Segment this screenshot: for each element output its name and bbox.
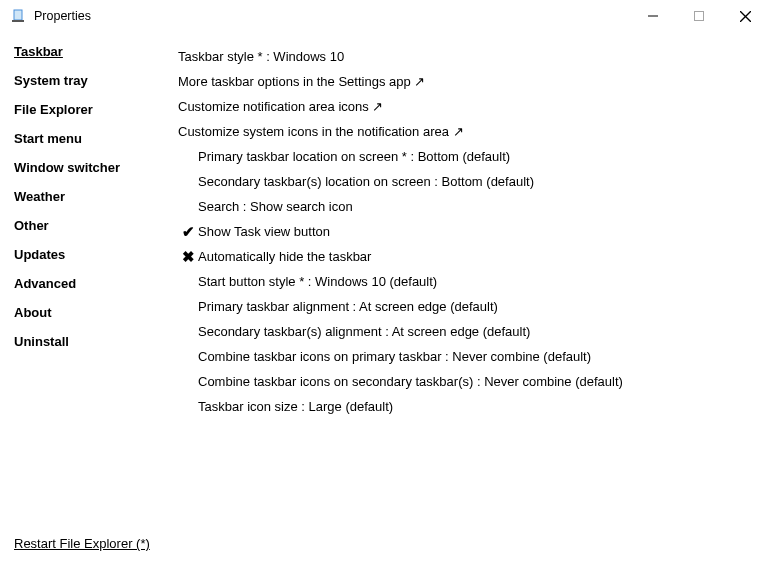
sidebar-item-window-switcher[interactable]: Window switcher — [14, 160, 178, 175]
setting-label: Automatically hide the taskbar — [198, 244, 371, 269]
setting-label: Start button style * : Windows 10 (defau… — [198, 269, 437, 294]
main-panel: Taskbar style * : Windows 10 More taskba… — [178, 44, 768, 529]
setting-label: Combine taskbar icons on primary taskbar… — [198, 344, 591, 369]
link-label: More taskbar options in the Settings app… — [178, 69, 425, 94]
link-customize-notification[interactable]: Customize notification area icons ↗ — [178, 94, 768, 119]
sidebar-item-start-menu[interactable]: Start menu — [14, 131, 178, 146]
restart-file-explorer-link[interactable]: Restart File Explorer (*) — [14, 536, 150, 551]
setting-primary_location[interactable]: Primary taskbar location on screen * : B… — [178, 144, 768, 169]
check-icon: ✔ — [178, 219, 198, 244]
setting-label: Taskbar icon size : Large (default) — [198, 394, 393, 419]
setting-icon_size[interactable]: Taskbar icon size : Large (default) — [178, 394, 768, 419]
content: Taskbar System tray File Explorer Start … — [0, 32, 768, 529]
sidebar-item-weather[interactable]: Weather — [14, 189, 178, 204]
sidebar-item-advanced[interactable]: Advanced — [14, 276, 178, 291]
cross-icon: ✖ — [178, 244, 198, 269]
sidebar-item-uninstall[interactable]: Uninstall — [14, 334, 178, 349]
setting-label: Secondary taskbar(s) alignment : At scre… — [198, 319, 530, 344]
link-label: Taskbar style * : Windows 10 — [178, 44, 344, 69]
sidebar-item-taskbar[interactable]: Taskbar — [14, 44, 178, 59]
svg-rect-1 — [12, 20, 24, 22]
link-label: Customize notification area icons ↗ — [178, 94, 383, 119]
svg-rect-0 — [14, 10, 22, 20]
sidebar-item-other[interactable]: Other — [14, 218, 178, 233]
sidebar: Taskbar System tray File Explorer Start … — [14, 44, 178, 529]
sidebar-item-file-explorer[interactable]: File Explorer — [14, 102, 178, 117]
setting-label: Secondary taskbar(s) location on screen … — [198, 169, 534, 194]
setting-primary_align[interactable]: Primary taskbar alignment : At screen ed… — [178, 294, 768, 319]
minimize-button[interactable] — [630, 0, 676, 32]
window-title: Properties — [34, 9, 91, 23]
setting-label: Primary taskbar location on screen * : B… — [198, 144, 510, 169]
link-more-options[interactable]: More taskbar options in the Settings app… — [178, 69, 768, 94]
link-customize-system-icons[interactable]: Customize system icons in the notificati… — [178, 119, 768, 144]
setting-combine_primary[interactable]: Combine taskbar icons on primary taskbar… — [178, 344, 768, 369]
setting-search[interactable]: Search : Show search icon — [178, 194, 768, 219]
setting-secondary_location[interactable]: Secondary taskbar(s) location on screen … — [178, 169, 768, 194]
maximize-button — [676, 0, 722, 32]
link-taskbar-style[interactable]: Taskbar style * : Windows 10 — [178, 44, 768, 69]
sidebar-item-system-tray[interactable]: System tray — [14, 73, 178, 88]
close-button[interactable] — [722, 0, 768, 32]
setting-task_view[interactable]: ✔Show Task view button — [178, 219, 768, 244]
titlebar: Properties — [0, 0, 768, 32]
sidebar-item-updates[interactable]: Updates — [14, 247, 178, 262]
sidebar-item-about[interactable]: About — [14, 305, 178, 320]
app-icon — [10, 8, 26, 24]
setting-label: Search : Show search icon — [198, 194, 353, 219]
setting-start_style[interactable]: Start button style * : Windows 10 (defau… — [178, 269, 768, 294]
setting-label: Combine taskbar icons on secondary taskb… — [198, 369, 623, 394]
setting-label: Primary taskbar alignment : At screen ed… — [198, 294, 498, 319]
setting-label: Show Task view button — [198, 219, 330, 244]
setting-combine_secondary[interactable]: Combine taskbar icons on secondary taskb… — [178, 369, 768, 394]
setting-auto_hide[interactable]: ✖Automatically hide the taskbar — [178, 244, 768, 269]
window-controls — [630, 0, 768, 32]
svg-rect-3 — [695, 12, 704, 21]
setting-secondary_align[interactable]: Secondary taskbar(s) alignment : At scre… — [178, 319, 768, 344]
link-label: Customize system icons in the notificati… — [178, 119, 464, 144]
